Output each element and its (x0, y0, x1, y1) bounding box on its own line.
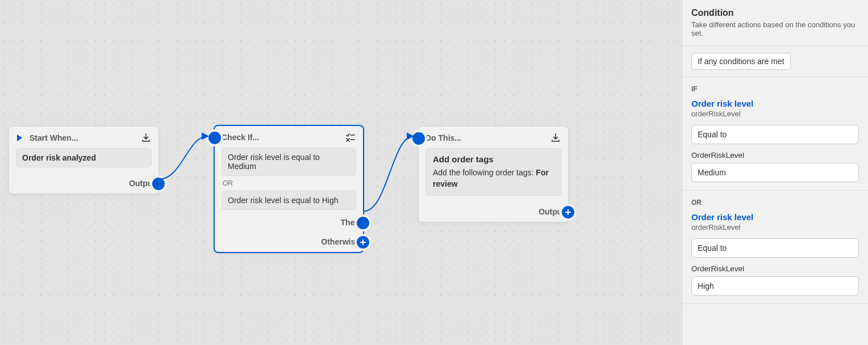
node-check[interactable]: Check If... Order risk level is equal to… (214, 125, 364, 253)
start-output-port[interactable] (152, 178, 165, 190)
panel-title: Condition (691, 8, 859, 18)
action-output-label: Output (539, 207, 565, 216)
cond1-operator-select[interactable]: Equal to (691, 125, 859, 144)
cond2-variable-link[interactable]: Order risk level (691, 212, 859, 222)
download-icon[interactable] (550, 132, 561, 144)
node-start[interactable]: Start When... Order risk analyzed Output (9, 126, 159, 194)
panel-if-section: IF Order risk level orderRiskLevel Equal… (682, 77, 868, 191)
check-otherwise-port[interactable] (357, 236, 369, 249)
node-check-title: Check If... (222, 133, 340, 142)
cond1-field-label: OrderRiskLevel (691, 151, 859, 159)
cond1-variable-link[interactable]: Order risk level (691, 99, 859, 108)
checklist-icon[interactable] (345, 132, 356, 143)
panel-or-section: OR Order risk level orderRiskLevel Equal… (682, 191, 868, 304)
action-chip: Add order tags Add the following order t… (425, 148, 561, 196)
cond2-value-select[interactable]: High (691, 276, 859, 296)
edge-start-to-check (159, 132, 216, 188)
condition-panel: Condition Take different actions based o… (682, 0, 868, 345)
or-label: OR (691, 199, 859, 207)
start-output-label: Output (129, 179, 155, 188)
edge-check-to-action (364, 132, 421, 222)
node-start-title: Start When... (30, 133, 136, 142)
start-event-chip: Order risk analyzed (16, 148, 152, 167)
cond2-variable-path: orderRiskLevel (691, 223, 859, 232)
cond2-operator-select[interactable]: Equal to (691, 238, 859, 258)
panel-mode-section: If any conditions are met (682, 46, 868, 77)
condition-or-separator: OR (222, 176, 356, 191)
node-action[interactable]: Do This... Add order tags Add the follow… (418, 126, 569, 222)
if-label: IF (691, 85, 859, 93)
condition-mode-select[interactable]: If any conditions are met (691, 53, 791, 70)
panel-subtitle: Take different actions based on the cond… (691, 20, 859, 37)
action-input-port[interactable] (412, 132, 425, 145)
cond1-variable-path: orderRiskLevel (691, 110, 859, 118)
node-action-title: Do This... (425, 133, 545, 142)
condition-chip-2[interactable]: Order risk level is equal to High (222, 191, 356, 210)
action-output-port[interactable] (562, 206, 574, 218)
check-otherwise-label: Otherwise (321, 237, 360, 246)
panel-header: Condition Take different actions based o… (682, 0, 868, 46)
check-input-port[interactable] (208, 132, 221, 144)
cond2-field-label: OrderRiskLevel (691, 264, 859, 273)
play-icon (14, 132, 25, 144)
check-then-port[interactable] (357, 217, 369, 229)
condition-chip-1[interactable]: Order risk level is equal to Medium (222, 148, 356, 176)
download-icon[interactable] (140, 132, 152, 144)
cond1-value-select[interactable]: Medium (691, 163, 859, 182)
action-chip-title: Add order tags (433, 154, 554, 164)
action-chip-desc: Add the following order tags: For review (433, 167, 554, 190)
